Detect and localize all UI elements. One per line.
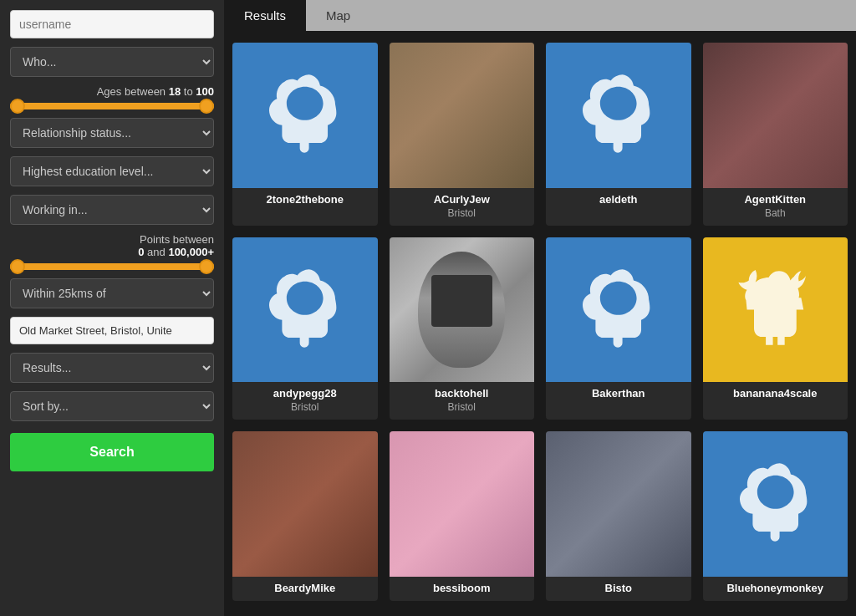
results-grid: 2tone2thebone ACurlyJew Bristol aeldeth … xyxy=(232,43,848,601)
user-info: andypegg28 Bristol xyxy=(232,382,378,420)
username-input[interactable] xyxy=(10,10,214,38)
points-slider-thumb-left[interactable] xyxy=(10,259,25,274)
user-name: 2tone2thebone xyxy=(236,193,374,206)
user-avatar xyxy=(546,237,691,383)
user-avatar xyxy=(390,237,535,383)
sidebar: Who... Ages between 18 to 100 Relationsh… xyxy=(0,0,224,616)
age-slider-thumb-right[interactable] xyxy=(199,99,214,114)
age-slider-fill xyxy=(10,103,214,109)
user-card[interactable]: Bluehoneymonkey xyxy=(703,431,848,601)
user-card[interactable]: andypegg28 Bristol xyxy=(232,237,378,420)
points-min-value: 0 xyxy=(138,246,144,258)
user-avatar xyxy=(232,237,378,383)
user-info: Bluehoneymonkey xyxy=(703,577,848,601)
user-info: bananana4scale xyxy=(703,382,848,406)
user-info: BeardyMike xyxy=(232,577,378,601)
user-card[interactable]: Bakerthan xyxy=(546,237,691,420)
user-location: Bristol xyxy=(393,207,532,219)
points-slider-fill xyxy=(10,263,214,270)
distance-select[interactable]: Within 25kms of xyxy=(10,278,214,308)
user-info: 2tone2thebone xyxy=(232,188,378,212)
user-name: Bluehoneymonkey xyxy=(706,582,845,594)
sort-select[interactable]: Sort by... xyxy=(10,391,214,421)
tabs-bar: Results Map xyxy=(224,0,856,31)
user-avatar xyxy=(703,431,848,577)
results-select[interactable]: Results... xyxy=(10,353,214,383)
who-select[interactable]: Who... xyxy=(10,47,214,77)
user-name: backtohell xyxy=(393,387,532,400)
user-info: backtohell Bristol xyxy=(390,382,535,420)
user-avatar xyxy=(703,43,848,188)
user-card[interactable]: backtohell Bristol xyxy=(390,237,535,420)
user-name: aeldeth xyxy=(549,193,688,206)
main-area: Results Map 2tone2thebone ACurlyJew Bris… xyxy=(224,0,856,616)
user-avatar xyxy=(703,237,848,383)
user-name: Bisto xyxy=(549,582,688,594)
user-name: AgentKitten xyxy=(706,193,845,206)
user-location: Bristol xyxy=(236,401,374,413)
user-location: Bath xyxy=(706,207,845,219)
age-filter: Ages between 18 to 100 xyxy=(10,85,214,109)
tab-map[interactable]: Map xyxy=(306,0,370,31)
user-avatar xyxy=(232,431,378,577)
age-min-value: 18 xyxy=(169,85,181,98)
user-avatar xyxy=(232,43,378,188)
user-avatar xyxy=(390,43,535,188)
points-slider-thumb-right[interactable] xyxy=(199,259,214,274)
education-select[interactable]: Highest education level... xyxy=(10,156,214,186)
user-avatar xyxy=(390,431,535,577)
user-card[interactable]: AgentKitten Bath xyxy=(703,43,848,226)
user-info: AgentKitten Bath xyxy=(703,188,848,226)
user-name: ACurlyJew xyxy=(393,193,532,206)
user-card[interactable]: BeardyMike xyxy=(232,431,378,601)
user-info: bessiboom xyxy=(390,577,535,601)
user-avatar xyxy=(546,431,691,577)
user-card[interactable]: aeldeth xyxy=(546,43,691,226)
relationship-select[interactable]: Relationship status... xyxy=(10,118,214,148)
user-name: bananana4scale xyxy=(706,387,845,400)
user-info: ACurlyJew Bristol xyxy=(390,188,535,226)
search-button[interactable]: Search xyxy=(10,433,214,471)
user-card[interactable]: Bisto xyxy=(546,431,691,601)
points-max-value: 100,000+ xyxy=(168,246,214,258)
user-avatar xyxy=(546,43,691,188)
user-name: Bakerthan xyxy=(549,387,688,400)
age-max-value: 100 xyxy=(196,85,214,98)
results-area: 2tone2thebone ACurlyJew Bristol aeldeth … xyxy=(224,31,856,616)
points-slider-track xyxy=(10,263,214,270)
user-name: BeardyMike xyxy=(236,582,374,594)
tab-results[interactable]: Results xyxy=(224,0,306,31)
user-info: aeldeth xyxy=(546,188,691,212)
age-slider-thumb-left[interactable] xyxy=(10,99,25,114)
points-filter: Points between 0 and 100,000+ xyxy=(10,233,214,270)
user-name: andypegg28 xyxy=(236,387,374,400)
age-slider-track xyxy=(10,103,214,109)
working-select[interactable]: Working in... xyxy=(10,195,214,225)
points-range-label: Points between 0 and 100,000+ xyxy=(10,233,214,258)
user-card[interactable]: bananana4scale xyxy=(703,237,848,420)
age-range-label: Ages between 18 to 100 xyxy=(10,85,214,98)
location-input[interactable] xyxy=(10,317,214,344)
user-info: Bisto xyxy=(546,577,691,601)
user-card[interactable]: 2tone2thebone xyxy=(232,43,378,226)
user-location: Bristol xyxy=(393,401,532,413)
user-card[interactable]: ACurlyJew Bristol xyxy=(390,43,535,226)
user-card[interactable]: bessiboom xyxy=(390,431,535,601)
user-info: Bakerthan xyxy=(546,382,691,406)
user-name: bessiboom xyxy=(393,582,532,594)
